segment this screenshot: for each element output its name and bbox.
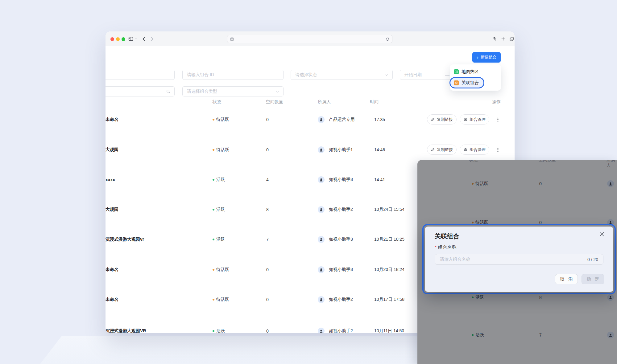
search-input[interactable] <box>106 86 175 96</box>
space-count: 0 <box>266 297 269 302</box>
confirm-button[interactable]: 确 定 <box>582 274 604 284</box>
combo-type-select[interactable]: 请选择组合类型 <box>182 86 284 96</box>
back-icon[interactable] <box>141 36 147 42</box>
status-dot <box>472 334 474 336</box>
copy-link-button[interactable]: 复制链接 <box>427 145 457 155</box>
combo-name-input[interactable]: 请输入组合名称 0 / 20 <box>435 254 603 265</box>
space-count: 4 <box>266 177 269 182</box>
sidebar-chevron-icon[interactable] <box>134 36 138 42</box>
desktop: { "colors": { "accent_blue": "#2B7BF6", … <box>0 0 617 364</box>
combo-name: 大观园 <box>106 147 118 153</box>
table-row: 大观园待活跃0如视小助手114:46复制链接组合管理 <box>106 144 515 156</box>
time-text: 10月20日 18:24 <box>374 267 404 272</box>
forward-icon[interactable] <box>149 36 155 42</box>
map-icon <box>454 69 459 74</box>
header-owner: 所属人 <box>318 99 331 105</box>
char-counter: 0 / 20 <box>587 257 598 262</box>
status-dot <box>213 269 214 271</box>
combo-type-placeholder: 请选择组合类型 <box>187 89 217 94</box>
avatar <box>607 180 614 187</box>
menu-item-label: 地图热区 <box>462 69 479 75</box>
status-text: 待活跃 <box>216 117 229 122</box>
status-text: 活跃 <box>475 332 484 338</box>
menu-item-linked-combo[interactable]: 关联组合 <box>449 77 484 88</box>
status-text: 活跃 <box>216 237 225 242</box>
cancel-button[interactable]: 取 消 <box>555 274 578 284</box>
header-actions: 操作 <box>492 99 501 105</box>
status-dot <box>213 209 214 211</box>
status-dot <box>213 239 214 240</box>
share-icon[interactable] <box>491 36 497 42</box>
status-dot <box>213 299 214 301</box>
header-status: 状态 <box>213 99 221 105</box>
space-count: 0 <box>266 117 269 122</box>
status-text: 待活跃 <box>216 297 229 302</box>
close-icon[interactable] <box>598 231 605 238</box>
status-dot <box>213 179 214 181</box>
time-text: 10月17日 17:58 <box>374 297 404 302</box>
header-space-count: 空间数量 <box>539 160 556 163</box>
new-combo-button-label: 新建组合 <box>481 55 497 60</box>
avatar <box>318 116 325 123</box>
search-icon[interactable] <box>166 89 171 95</box>
owner-name: 如视小助手2 <box>329 207 353 212</box>
modal-highlight-ring: 关联组合 *组合名称 请输入组合名称 0 / 20 取 消 确 定 <box>422 224 616 294</box>
table-row: 未命名待活跃0产品运营专用17:35复制链接组合管理 <box>106 113 515 126</box>
header-space-count: 空间数量 <box>266 99 283 105</box>
status-dot <box>213 149 214 151</box>
status-dot <box>213 119 214 121</box>
space-count: 7 <box>539 333 542 337</box>
plus-icon: + <box>476 55 479 60</box>
start-date-placeholder: 开始日期 <box>404 72 422 78</box>
layers-icon <box>454 80 459 85</box>
time-text: 17:35 <box>374 117 385 122</box>
owner-name: 如视小助手3 <box>329 237 353 242</box>
status-select[interactable]: 请选择状态 <box>291 70 393 80</box>
avatar <box>318 176 325 183</box>
chevron-down-icon <box>385 73 389 78</box>
combo-id-input[interactable]: 请输入组合 ID <box>182 70 284 80</box>
more-actions-icon[interactable] <box>495 146 500 153</box>
copy-link-label: 复制链接 <box>437 147 453 153</box>
avatar <box>607 294 614 301</box>
status-dot <box>472 183 474 185</box>
copy-link-button[interactable]: 复制链接 <box>427 114 457 125</box>
avatar <box>318 206 325 213</box>
time-text: 10月21日 10:25 <box>374 237 404 242</box>
more-actions-icon[interactable] <box>495 116 500 123</box>
combo-id-placeholder: 请输入组合 ID <box>187 72 214 78</box>
address-bar[interactable] <box>227 35 392 43</box>
traffic-light-close[interactable] <box>110 37 114 41</box>
traffic-light-minimize[interactable] <box>116 37 120 41</box>
browser-chrome-bar <box>106 31 515 46</box>
status-dot <box>472 222 474 223</box>
menu-item-map-hotzone[interactable]: 地图热区 <box>450 67 501 77</box>
status-text: 活跃 <box>216 207 225 212</box>
new-tab-icon[interactable] <box>500 36 506 42</box>
copy-link-label: 复制链接 <box>437 117 453 122</box>
date-range-separator: — <box>445 72 449 77</box>
avatar <box>607 332 614 338</box>
header-time: 时间 <box>370 99 379 105</box>
tab-overview-icon[interactable] <box>508 36 515 42</box>
avatar <box>318 296 325 303</box>
combo-name: 未命名 <box>106 297 118 302</box>
header-status: 状态 <box>469 160 478 163</box>
combo-name: 未命名 <box>106 267 118 272</box>
manage-combo-button[interactable]: 组合管理 <box>460 114 489 125</box>
new-combo-button[interactable]: + 新建组合 <box>472 52 501 63</box>
owner-name: 如视小助手3 <box>329 177 353 182</box>
space-count: 0 <box>266 147 269 152</box>
avatar <box>318 266 325 273</box>
status-text: 待活跃 <box>216 147 229 153</box>
reload-icon[interactable] <box>385 37 390 41</box>
status-text: 待活跃 <box>475 181 488 186</box>
window-pedestal-shadow <box>40 336 417 364</box>
chevron-down-icon <box>275 90 280 95</box>
traffic-light-zoom[interactable] <box>122 37 125 41</box>
search-keyword-input[interactable] <box>106 70 175 80</box>
status-placeholder: 请选择状态 <box>295 72 317 78</box>
new-combo-dropdown: 地图热区 关联组合 <box>450 64 501 91</box>
manage-combo-button[interactable]: 组合管理 <box>460 145 489 155</box>
sidebar-toggle-icon[interactable] <box>128 36 134 42</box>
